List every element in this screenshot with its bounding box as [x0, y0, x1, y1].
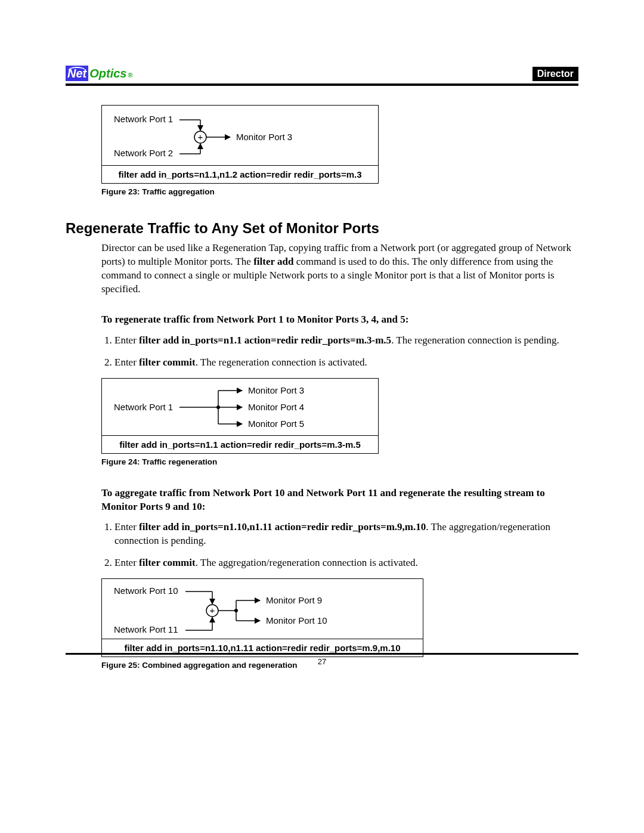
steps-b: Enter filter add in_ports=n1.10,n1.11 ac…: [101, 521, 578, 570]
fig24-command: filter add in_ports=n1.1 action=redir re…: [102, 435, 378, 453]
instructions-b-title: To aggregate traffic from Network Port 1…: [101, 487, 578, 514]
fig25-mp9-label: Monitor Port 9: [266, 595, 322, 605]
fig23-np2-label: Network Port 2: [114, 148, 173, 158]
logo-registered-mark: ®: [128, 72, 132, 79]
step-b2: Enter filter commit. The aggregation/reg…: [114, 556, 578, 570]
fig25-plus-icon: +: [210, 605, 215, 615]
fig24-mp3-label: Monitor Port 3: [248, 385, 304, 395]
steps-a: Enter filter add in_ports=n1.1 action=re…: [101, 334, 578, 370]
fig23-np1-label: Network Port 1: [114, 114, 173, 124]
section-body: Director can be used like a Regeneration…: [101, 241, 578, 370]
product-badge: Director: [532, 67, 578, 81]
footer-rule: [66, 653, 578, 655]
fig23-plus-icon: +: [198, 132, 203, 142]
step-b1: Enter filter add in_ports=n1.10,n1.11 ac…: [114, 521, 578, 548]
figure-24-frame: Network Port 1 Monitor Port 3 Monitor Po…: [101, 378, 379, 454]
figure-23-caption: Figure 23: Traffic aggregation: [101, 187, 578, 196]
step-a1: Enter filter add in_ports=n1.1 action=re…: [114, 334, 578, 348]
figure-25-frame: Network Port 10 Network Port 11 + Monito…: [101, 578, 423, 657]
instructions-a-title: To regenerate traffic from Network Port …: [101, 313, 578, 327]
fig23-command: filter add in_ports=n1.1,n1.2 action=red…: [102, 165, 378, 183]
para1-b: filter add: [253, 256, 293, 267]
page-footer: 27: [66, 653, 578, 666]
fig24-mp4-label: Monitor Port 4: [248, 402, 304, 412]
figure-23-diagram: Network Port 1 Network Port 2 + Monitor …: [102, 106, 378, 165]
figure-24-diagram: Network Port 1 Monitor Port 3 Monitor Po…: [102, 379, 378, 435]
instructions-b: To aggregate traffic from Network Port 1…: [101, 487, 578, 571]
fig24-mp5-label: Monitor Port 5: [248, 419, 304, 429]
page-header: Net Optics ® Director: [66, 66, 578, 86]
brand-logo: Net Optics ®: [66, 66, 133, 81]
logo-optics-part: Optics: [89, 67, 126, 80]
figure-24-caption: Figure 24: Traffic regeneration: [101, 457, 578, 466]
fig25-mp10-label: Monitor Port 10: [266, 615, 327, 625]
section-paragraph: Director can be used like a Regeneration…: [101, 241, 578, 296]
figure-25-diagram: Network Port 10 Network Port 11 + Monito…: [102, 579, 423, 639]
fig25-np11-label: Network Port 11: [114, 624, 178, 634]
fig25-np10-label: Network Port 10: [114, 586, 178, 596]
logo-net-part: Net: [66, 66, 88, 81]
page-number: 27: [66, 657, 578, 666]
step-a2: Enter filter commit. The regeneration co…: [114, 356, 578, 370]
figure-23-frame: Network Port 1 Network Port 2 + Monitor …: [101, 105, 379, 184]
fig24-np1-label: Network Port 1: [114, 402, 173, 412]
section-heading: Regenerate Traffic to Any Set of Monitor…: [66, 220, 578, 237]
fig23-mp3-label: Monitor Port 3: [236, 132, 292, 142]
